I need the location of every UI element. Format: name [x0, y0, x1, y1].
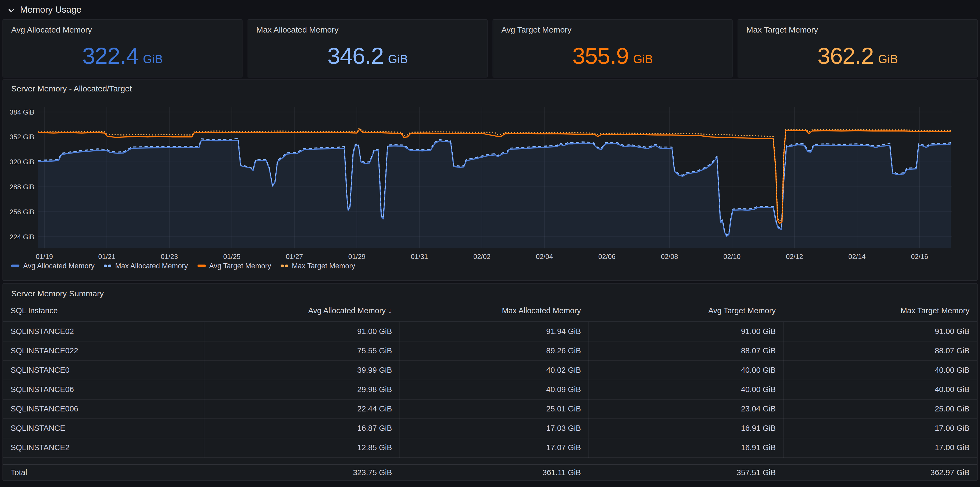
- x-axis-tick-label: 02/12: [786, 253, 803, 260]
- cell-value: 17.00 GiB: [783, 419, 977, 438]
- stat-unit: GiB: [143, 53, 163, 65]
- stat-title[interactable]: Avg Target Memory: [501, 25, 571, 34]
- y-axis-tick-label: 352 GiB: [10, 133, 34, 141]
- cell-sql-instance: SQLINSTANCE: [3, 419, 204, 438]
- stat-number: 362.2: [818, 45, 874, 67]
- cell-sql-instance: SQLINSTANCE2: [3, 438, 204, 458]
- table-row: SQLINSTANCE0629.98 GiB40.09 GiB40.00 GiB…: [3, 380, 977, 399]
- timeseries-panel: Server Memory - Allocated/Target 384 GiB…: [2, 80, 978, 281]
- cell-value: 40.02 GiB: [399, 361, 589, 380]
- sort-desc-icon: ↓: [388, 307, 392, 315]
- x-axis-tick-label: 02/06: [598, 253, 616, 260]
- cell-sql-instance: SQLINSTANCE022: [3, 342, 204, 361]
- legend-series-marker: [104, 264, 111, 267]
- row-title: Memory Usage: [20, 4, 81, 14]
- stat-title[interactable]: Max Allocated Memory: [256, 25, 339, 34]
- table-row: SQLINSTANCE0291.00 GiB91.94 GiB91.00 GiB…: [3, 322, 977, 342]
- legend-item[interactable]: Avg Target Memory: [197, 262, 271, 269]
- cell-value: 91.00 GiB: [589, 322, 783, 342]
- cell-value: 17.03 GiB: [399, 419, 589, 438]
- y-axis-tick-label: 224 GiB: [10, 233, 34, 241]
- stat-number: 355.9: [572, 45, 629, 67]
- table-title[interactable]: Server Memory Summary: [11, 289, 104, 298]
- stat-panel-max-allocated: Max Allocated Memory 346.2 GiB: [248, 19, 488, 77]
- legend-item[interactable]: Max Allocated Memory: [104, 262, 188, 269]
- cell-value: 91.00 GiB: [783, 322, 977, 342]
- x-axis-tick-label: 02/10: [723, 253, 740, 260]
- column-header[interactable]: Avg Target Memory: [589, 307, 783, 315]
- cell-value: 16.87 GiB: [204, 419, 399, 438]
- cell-value: 12.85 GiB: [204, 438, 399, 458]
- table-row: SQLINSTANCE02275.55 GiB89.26 GiB88.07 Gi…: [3, 342, 977, 361]
- stat-number: 322.4: [82, 45, 139, 67]
- legend-item[interactable]: Avg Allocated Memory: [11, 262, 95, 269]
- row-header-memory-usage[interactable]: Memory Usage: [8, 2, 81, 16]
- cell-sql-instance: SQLINSTANCE006: [3, 399, 204, 419]
- x-axis-tick-label: 01/23: [161, 253, 178, 260]
- chart-legend: Avg Allocated MemoryMax Allocated Memory…: [11, 262, 355, 269]
- cell-value: 40.00 GiB: [783, 361, 977, 380]
- cell-value: 91.00 GiB: [204, 322, 399, 342]
- cell-sql-instance: SQLINSTANCE0: [3, 361, 204, 380]
- table-header-row: SQL InstanceAvg Allocated Memory↓Max All…: [3, 300, 977, 322]
- total-value: 357.51 GiB: [589, 468, 783, 477]
- x-axis-tick-label: 02/08: [661, 253, 678, 260]
- stat-panel-avg-target: Avg Target Memory 355.9 GiB: [493, 19, 733, 77]
- column-header[interactable]: Max Allocated Memory: [399, 307, 589, 315]
- cell-value: 75.55 GiB: [204, 342, 399, 361]
- cell-sql-instance: SQLINSTANCE02: [3, 322, 204, 342]
- legend-series-marker: [11, 264, 19, 267]
- stat-value: 355.9 GiB: [493, 41, 732, 70]
- cell-value: 25.00 GiB: [783, 399, 977, 419]
- cell-value: 16.91 GiB: [589, 438, 783, 458]
- table-row: SQLINSTANCE212.85 GiB17.07 GiB16.91 GiB1…: [3, 438, 977, 458]
- legend-label: Avg Target Memory: [209, 262, 271, 269]
- table-body: SQLINSTANCE0291.00 GiB91.94 GiB91.00 GiB…: [3, 322, 977, 458]
- chart-plot-area[interactable]: [38, 107, 952, 248]
- cell-value: 40.00 GiB: [589, 361, 783, 380]
- x-axis-tick-label: 02/14: [848, 253, 865, 260]
- stat-panel-avg-allocated: Avg Allocated Memory 322.4 GiB: [2, 19, 242, 77]
- stat-value: 362.2 GiB: [738, 41, 977, 70]
- stat-value: 346.2 GiB: [248, 41, 487, 70]
- legend-label: Max Target Memory: [292, 262, 355, 269]
- total-label: Total: [3, 468, 204, 477]
- legend-series-marker: [281, 264, 288, 267]
- cell-value: 17.00 GiB: [783, 438, 977, 458]
- legend-label: Avg Allocated Memory: [23, 262, 95, 269]
- cell-value: 88.07 GiB: [783, 342, 977, 361]
- chart-title[interactable]: Server Memory - Allocated/Target: [11, 84, 132, 93]
- x-axis-tick-label: 01/19: [36, 253, 53, 260]
- stat-panel-max-target: Max Target Memory 362.2 GiB: [738, 19, 978, 77]
- chevron-down-icon: [8, 6, 15, 13]
- cell-value: 16.91 GiB: [589, 419, 783, 438]
- cell-value: 89.26 GiB: [399, 342, 589, 361]
- cell-value: 39.99 GiB: [204, 361, 399, 380]
- table-row: SQLINSTANCE00622.44 GiB25.01 GiB23.04 Gi…: [3, 399, 977, 419]
- cell-value: 40.00 GiB: [589, 380, 783, 399]
- cell-value: 29.98 GiB: [204, 380, 399, 399]
- table-row: SQLINSTANCE16.87 GiB17.03 GiB16.91 GiB17…: [3, 419, 977, 438]
- x-axis-tick-label: 02/16: [911, 253, 928, 260]
- legend-item[interactable]: Max Target Memory: [281, 262, 355, 269]
- x-axis-tick-label: 01/31: [411, 253, 428, 260]
- legend-label: Max Allocated Memory: [115, 262, 188, 269]
- column-header[interactable]: Avg Allocated Memory↓: [204, 307, 399, 315]
- stat-unit: GiB: [633, 53, 653, 65]
- total-value: 323.75 GiB: [204, 468, 399, 477]
- x-axis-tick-label: 02/02: [473, 253, 490, 260]
- column-header[interactable]: SQL Instance: [3, 307, 204, 315]
- stat-title[interactable]: Max Target Memory: [746, 25, 818, 34]
- stat-value: 322.4 GiB: [3, 41, 242, 70]
- x-axis-tick-label: 01/25: [223, 253, 240, 260]
- stat-unit: GiB: [388, 53, 408, 65]
- total-value: 361.11 GiB: [399, 468, 589, 477]
- column-header[interactable]: Max Target Memory: [783, 307, 977, 315]
- cell-value: 40.09 GiB: [399, 380, 589, 399]
- legend-series-marker: [197, 264, 205, 267]
- x-axis-tick-label: 01/27: [286, 253, 303, 260]
- stat-title[interactable]: Avg Allocated Memory: [11, 25, 92, 34]
- y-axis-tick-label: 320 GiB: [10, 158, 34, 166]
- dashboard: Memory Usage Avg Allocated Memory 322.4 …: [0, 0, 980, 487]
- y-axis-tick-label: 256 GiB: [10, 208, 34, 216]
